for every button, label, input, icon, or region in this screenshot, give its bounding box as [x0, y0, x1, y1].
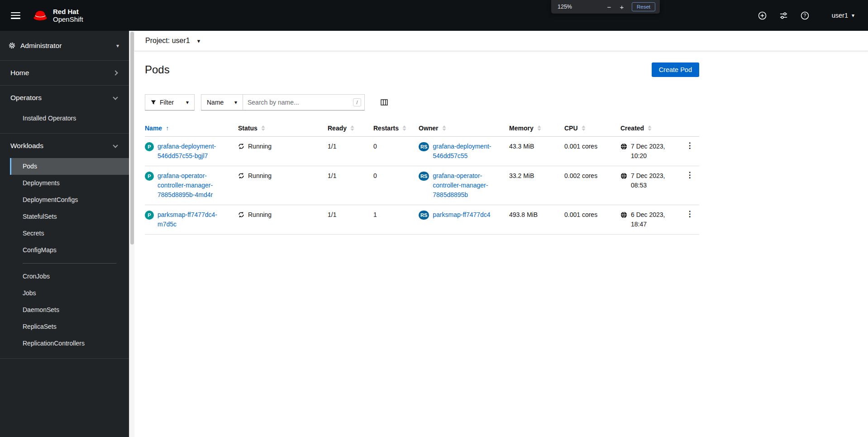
sidebar-item-workloads[interactable]: Workloads	[0, 134, 129, 158]
brand-line2: OpenShift	[53, 15, 83, 23]
owner-link[interactable]: parksmap-ff7477dc4	[433, 210, 490, 220]
sidebar-item-jobs[interactable]: Jobs	[10, 285, 129, 302]
help-button[interactable]: ?	[801, 11, 810, 20]
cpu-cell: 0.001 cores	[564, 137, 620, 166]
sidebar-item-cronjobs[interactable]: CronJobs	[10, 268, 129, 285]
sidebar-item-operators[interactable]: Operators	[0, 86, 129, 110]
sync-icon	[238, 211, 244, 218]
main-content: Pods Create Pod Filter ▾ Name ▾	[134, 51, 868, 437]
sidebar-item-statefulsets[interactable]: StatefulSets	[10, 208, 129, 225]
pod-link[interactable]: grafana-operator-controller-manager-7885…	[157, 171, 226, 200]
sort-icon	[350, 125, 354, 131]
project-selector[interactable]: Project: user1 ▾	[145, 37, 200, 45]
caret-down-icon: ▾	[197, 38, 200, 44]
sidebar-item-replicasets[interactable]: ReplicaSets	[10, 318, 129, 335]
svg-text:?: ?	[804, 13, 806, 18]
brand-line1: Red Hat	[53, 8, 83, 15]
masthead: Red Hat OpenShift	[0, 0, 868, 31]
sliders-icon	[779, 11, 788, 20]
page-title: Pods	[145, 63, 170, 76]
owner-link[interactable]: grafana-deployment-546dd57c55	[433, 142, 501, 161]
project-bar: Project: user1 ▾	[134, 31, 868, 51]
kebab-menu-button[interactable]: ⋮	[683, 142, 696, 150]
column-header-name[interactable]: Name ↑	[145, 120, 238, 136]
brand-logo[interactable]: Red Hat OpenShift	[32, 8, 83, 23]
ready-cell: 1/1	[328, 166, 373, 205]
preferences-button[interactable]	[779, 11, 788, 20]
create-pod-button[interactable]: Create Pod	[652, 62, 699, 77]
cpu-cell: 0.001 cores	[564, 205, 620, 234]
workloads-subnav: Pods Deployments DeploymentConfigs State…	[10, 158, 129, 358]
sidebar-item-configmaps[interactable]: ConfigMaps	[10, 242, 129, 259]
sidebar-item-pods[interactable]: Pods	[10, 158, 129, 175]
username: user1	[832, 12, 848, 19]
column-header-memory[interactable]: Memory	[509, 120, 564, 136]
nav-toggle-button[interactable]	[0, 0, 32, 31]
pod-badge: P	[145, 172, 154, 181]
replicaset-badge: RS	[419, 211, 429, 220]
column-header-created[interactable]: Created	[620, 120, 680, 136]
attribute-dropdown[interactable]: Name ▾	[201, 94, 243, 110]
filter-dropdown[interactable]: Filter ▾	[145, 94, 195, 110]
kebab-menu-button[interactable]: ⋮	[683, 210, 696, 218]
hamburger-icon	[11, 12, 20, 19]
sidebar-item-deploymentconfigs[interactable]: DeploymentConfigs	[10, 192, 129, 208]
brand-text: Red Hat OpenShift	[53, 8, 83, 23]
status-text: Running	[248, 210, 272, 220]
pods-table: Name ↑ Status Ready Restarts	[145, 120, 699, 235]
sort-ascending-icon: ↑	[166, 125, 169, 132]
table-header-row: Name ↑ Status Ready Restarts	[145, 120, 699, 137]
sort-icon	[582, 125, 586, 131]
slash-shortcut-badge: /	[353, 98, 361, 106]
chevron-down-icon	[113, 95, 118, 100]
sidebar-item-deployments[interactable]: Deployments	[10, 175, 129, 192]
created-timestamp: 7 Dec 2023, 08:53	[631, 171, 673, 190]
status-text: Running	[248, 171, 272, 181]
sidebar-item-secrets[interactable]: Secrets	[10, 225, 129, 242]
column-management-button[interactable]	[380, 99, 388, 106]
scrollbar-thumb[interactable]	[130, 32, 134, 245]
sidebar-item-daemonsets[interactable]: DaemonSets	[10, 302, 129, 318]
project-label: Project: user1	[145, 37, 190, 45]
caret-down-icon: ▾	[234, 100, 237, 105]
cpu-cell: 0.002 cores	[564, 166, 620, 205]
redhat-fedora-icon	[32, 10, 48, 22]
restarts-cell: 1	[373, 205, 419, 234]
quick-create-button[interactable]	[758, 11, 767, 20]
caret-down-icon: ▾	[186, 100, 189, 105]
user-menu[interactable]: user1 ▾	[832, 12, 854, 19]
ready-cell: 1/1	[328, 205, 373, 234]
restarts-cell: 0	[373, 137, 419, 166]
sidebar-item-replicationcontrollers[interactable]: ReplicationControllers	[10, 335, 129, 352]
owner-link[interactable]: grafana-operator-controller-manager-7885…	[433, 171, 501, 200]
column-header-owner[interactable]: Owner	[419, 120, 509, 136]
pod-link[interactable]: parksmap-ff7477dc4-m7d5c	[157, 210, 226, 229]
attribute-label: Name	[207, 99, 224, 106]
search-input[interactable]	[243, 94, 365, 110]
sidebar: Administrator ▾ Home Operators Installed…	[0, 31, 129, 437]
perspective-switcher[interactable]: Administrator ▾	[0, 31, 129, 61]
created-timestamp: 6 Dec 2023, 18:47	[631, 210, 673, 229]
sidebar-item-home[interactable]: Home	[0, 61, 129, 85]
pod-link[interactable]: grafana-deployment-546dd57c55-bgjl7	[157, 142, 226, 161]
column-header-restarts[interactable]: Restarts	[373, 120, 419, 136]
toolbar: Filter ▾ Name ▾ /	[145, 94, 699, 110]
column-header-status[interactable]: Status	[238, 120, 328, 136]
search-group: Name ▾ /	[201, 94, 365, 110]
zoom-reset-button[interactable]: Reset	[632, 2, 655, 11]
openshift-console: Red Hat OpenShift	[0, 0, 868, 437]
zoom-overlay: 125% − + Reset	[551, 0, 660, 14]
zoom-in-button[interactable]: +	[616, 2, 627, 12]
kebab-menu-button[interactable]: ⋮	[683, 171, 696, 179]
restarts-cell: 0	[373, 166, 419, 205]
column-header-cpu[interactable]: CPU	[564, 120, 620, 136]
chevron-right-icon	[113, 70, 118, 75]
zoom-out-button[interactable]: −	[604, 2, 615, 12]
timestamp-globe-icon	[620, 211, 627, 218]
sidebar-scrollbar[interactable]	[129, 31, 134, 437]
memory-cell: 493.8 MiB	[509, 205, 564, 234]
column-header-ready[interactable]: Ready	[328, 120, 373, 136]
replicaset-badge: RS	[419, 142, 429, 151]
columns-icon	[380, 99, 388, 106]
sidebar-item-installed-operators[interactable]: Installed Operators	[10, 110, 129, 127]
